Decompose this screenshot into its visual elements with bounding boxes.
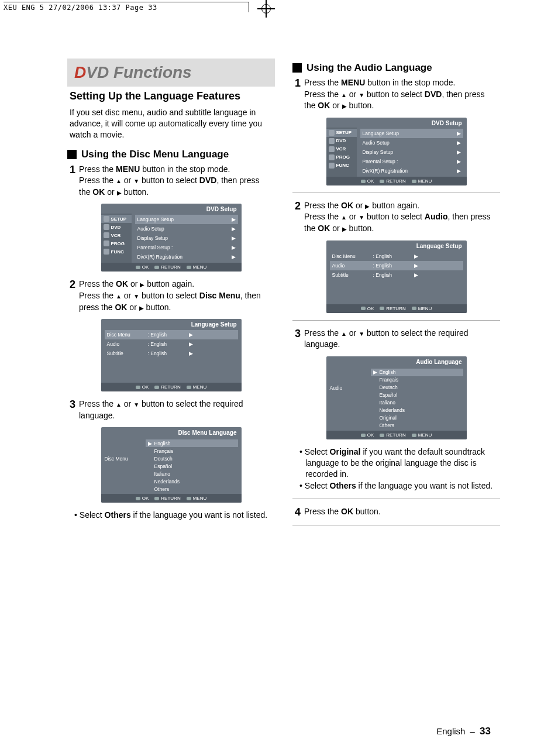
right-triangle-icon bbox=[139, 303, 144, 312]
osd-row: DivX(R) Registration▶ bbox=[135, 252, 238, 262]
vcr-icon bbox=[329, 146, 335, 152]
lang-option: ▶Others bbox=[146, 485, 238, 493]
osd-row: Disc Menu: English▶ bbox=[330, 252, 463, 261]
osd-footer: OKRETURNMENU bbox=[326, 304, 467, 313]
right-triangle-icon bbox=[117, 187, 122, 197]
osd-sidebar: SETUP DVD VCR PROG FUNC bbox=[101, 214, 132, 263]
osd-row: Subtitle: English▶ bbox=[330, 270, 463, 280]
title-rest: VD Functions bbox=[86, 63, 191, 81]
func-icon bbox=[104, 249, 109, 255]
note: Select Others if the language you want i… bbox=[80, 510, 273, 521]
osd-left-label: Disc Menu bbox=[105, 439, 146, 493]
divider bbox=[292, 499, 500, 499]
note: Select Original if you want the default … bbox=[305, 446, 498, 480]
osd-language-setup: Language Setup Disc Menu: English▶ Audio… bbox=[326, 240, 467, 313]
section-title: Using the Audio Language bbox=[306, 62, 432, 74]
down-triangle-icon bbox=[133, 176, 139, 185]
up-triangle-icon bbox=[116, 176, 122, 185]
osd-title: DVD Setup bbox=[326, 118, 467, 128]
osd-left-label: Audio bbox=[330, 369, 371, 429]
step-1: 1 Press the MENU button in the stop mode… bbox=[70, 164, 273, 198]
osd-title: Disc Menu Language bbox=[101, 427, 242, 437]
osd-title: DVD Setup bbox=[101, 204, 242, 214]
lang-option: ▶Español bbox=[146, 462, 238, 470]
up-triangle-icon bbox=[341, 212, 347, 221]
osd-audio-language: Audio Language Audio ▶English ▶Français … bbox=[326, 356, 467, 439]
note: Select Others if the language you want i… bbox=[305, 480, 498, 492]
osd-sidebar: SETUP DVD VCR PROG FUNC bbox=[326, 128, 357, 177]
subheading: Setting Up the Language Features bbox=[70, 90, 275, 102]
lang-option: ▶Français bbox=[146, 447, 238, 455]
osd-row: Disc Menu: English▶ bbox=[105, 330, 238, 339]
osd-title: Audio Language bbox=[326, 356, 467, 366]
step-3: 3 Press the or button to select the requ… bbox=[295, 328, 498, 350]
osd-footer: OKRETURNMENU bbox=[101, 383, 242, 391]
osd-row: Audio: English▶ bbox=[330, 261, 463, 270]
osd-dvd-setup: DVD Setup SETUP DVD VCR PROG FUNC Langua… bbox=[101, 204, 242, 272]
page-title: DVD Functions bbox=[67, 59, 275, 87]
step-3: 3 Press the or button to select the requ… bbox=[70, 398, 273, 421]
lang-option: ▶Nederlands bbox=[371, 407, 463, 414]
lang-option: ▶Original bbox=[371, 414, 463, 422]
gear-icon bbox=[329, 130, 335, 136]
square-bullet-icon bbox=[292, 63, 302, 73]
osd-row: Audio Setup▶ bbox=[135, 224, 238, 233]
section-heading: Using the Disc Menu Language bbox=[67, 149, 275, 160]
osd-disc-menu-language: Disc Menu Language Disc Menu ▶English ▶F… bbox=[101, 427, 242, 503]
lang-option: ▶Français bbox=[371, 376, 463, 384]
osd-row: Subtitle: English▶ bbox=[105, 349, 238, 358]
registration-mark-icon bbox=[257, 0, 275, 18]
lang-option: ▶Deutsch bbox=[146, 455, 238, 462]
lang-option: ▶Italiano bbox=[146, 470, 238, 477]
osd-footer: OKRETURNMENU bbox=[326, 431, 467, 439]
disc-icon bbox=[329, 138, 335, 144]
osd-row: Audio Setup▶ bbox=[360, 138, 463, 147]
down-triangle-icon bbox=[133, 399, 139, 408]
osd-row: Audio: English▶ bbox=[105, 339, 238, 349]
osd-title: Language Setup bbox=[101, 319, 242, 329]
lang-option: ▶English bbox=[146, 439, 238, 447]
section-heading: Using the Audio Language bbox=[292, 62, 500, 74]
lang-option: ▶Italiano bbox=[371, 399, 463, 407]
title-letter: D bbox=[74, 63, 86, 81]
osd-row: Language Setup▶ bbox=[135, 215, 238, 224]
down-triangle-icon bbox=[359, 328, 364, 338]
osd-dvd-setup: DVD Setup SETUP DVD VCR PROG FUNC Langua… bbox=[326, 118, 467, 185]
down-triangle-icon bbox=[359, 212, 364, 221]
crop-rule bbox=[4, 2, 249, 2]
crop-rule bbox=[249, 2, 249, 12]
divider bbox=[292, 193, 500, 193]
lang-option: ▶Deutsch bbox=[371, 384, 463, 391]
prog-icon bbox=[104, 240, 109, 246]
up-triangle-icon bbox=[341, 328, 347, 338]
osd-footer: OKRETURNMENU bbox=[101, 263, 242, 272]
vcr-icon bbox=[104, 232, 109, 238]
osd-footer: OKRETURNMENU bbox=[101, 494, 242, 503]
step-2: 2 Press the OK or button again. Press th… bbox=[295, 200, 498, 235]
down-triangle-icon bbox=[359, 90, 364, 99]
lang-option: ▶Others bbox=[371, 422, 463, 429]
step-2: 2 Press the OK or button again. Press th… bbox=[70, 279, 273, 313]
prog-icon bbox=[329, 154, 335, 160]
right-triangle-icon bbox=[342, 224, 347, 233]
osd-row: Display Setup▶ bbox=[360, 147, 463, 157]
osd-row: Parental Setup :▶ bbox=[360, 157, 463, 166]
step-4: 4 Press the OK button. bbox=[295, 506, 498, 518]
up-triangle-icon bbox=[116, 399, 122, 408]
osd-row: Display Setup▶ bbox=[135, 233, 238, 243]
osd-row: Parental Setup :▶ bbox=[135, 243, 238, 252]
section-title: Using the Disc Menu Language bbox=[81, 149, 229, 160]
osd-row: Language Setup▶ bbox=[360, 129, 463, 138]
intro-text: If you set disc menu, audio and subtitle… bbox=[70, 107, 273, 140]
up-triangle-icon bbox=[341, 90, 347, 99]
step-1: 1 Press the MENU button in the stop mode… bbox=[295, 77, 498, 112]
func-icon bbox=[329, 163, 335, 169]
right-triangle-icon bbox=[342, 101, 347, 110]
up-triangle-icon bbox=[116, 291, 122, 300]
osd-language-setup: Language Setup Disc Menu: English▶ Audio… bbox=[101, 319, 242, 391]
osd-footer: OKRETURNMENU bbox=[326, 177, 467, 185]
lang-option: ▶Nederlands bbox=[146, 477, 238, 485]
osd-title: Language Setup bbox=[326, 240, 467, 250]
divider bbox=[292, 525, 500, 525]
crop-header: XEU ENG 5 27/02/2006 13:37 Page 33 bbox=[4, 4, 157, 12]
